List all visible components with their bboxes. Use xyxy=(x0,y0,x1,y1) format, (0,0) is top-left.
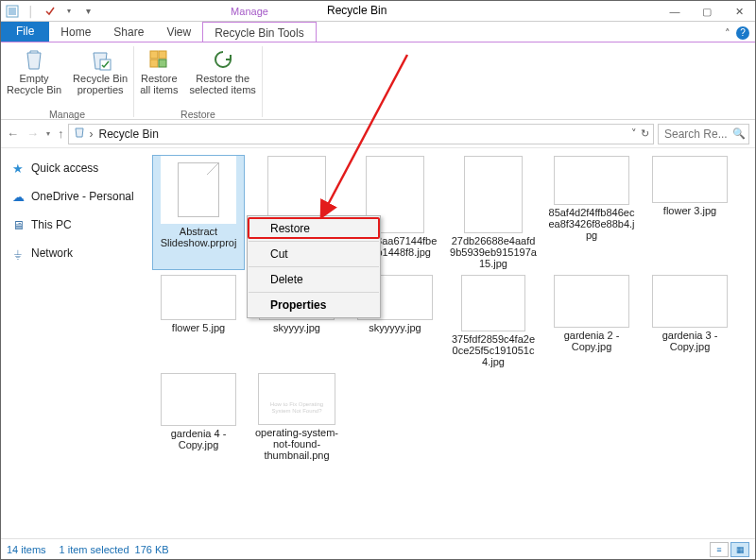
file-name-label: gardenia 3 - Copy.jpg xyxy=(646,330,733,352)
file-name-label: gardenia 2 - Copy.jpg xyxy=(548,330,635,352)
file-item[interactable]: 27db26688e4aafd9b5939eb915197a15.jpg xyxy=(448,156,539,269)
file-name-label: Abstract Slideshow.prproj xyxy=(155,226,242,248)
context-menu: Restore Cut Delete Properties xyxy=(247,215,381,318)
ribbon: Empty Recycle Bin Recycle Bin properties… xyxy=(1,42,755,120)
restore-selected-icon xyxy=(209,46,237,73)
file-name-label: skyyyyy.jpg xyxy=(369,322,421,333)
file-name-label: flower 3.jpg xyxy=(663,205,716,216)
sidebar-item-onedrive[interactable]: ☁ OneDrive - Personal xyxy=(7,186,144,207)
file-item[interactable]: 375fdf2859c4fa2e0ce25f5c191051c4.jpg xyxy=(448,275,539,367)
qat-properties-icon[interactable] xyxy=(43,4,58,19)
file-item[interactable]: gardenia 3 - Copy.jpg xyxy=(644,275,735,367)
restore-all-items-label: Restore all items xyxy=(140,73,178,95)
context-menu-properties[interactable]: Properties xyxy=(248,295,380,315)
file-item[interactable]: How to Fix Operating System Not Found?op… xyxy=(251,373,342,461)
breadcrumb-separator[interactable] xyxy=(86,127,97,141)
file-name-label: flower 5.jpg xyxy=(172,322,225,333)
file-thumbnail: How to Fix Operating System Not Found? xyxy=(258,373,335,425)
file-name-label: 375fdf2859c4fa2e0ce25f5c191051c4.jpg xyxy=(450,333,537,367)
context-menu-restore[interactable]: Restore xyxy=(248,218,380,239)
bin-properties-icon xyxy=(86,46,114,73)
file-item[interactable]: Abstract Slideshow.prproj xyxy=(153,156,244,269)
tab-recycle-bin-tools[interactable]: Recycle Bin Tools xyxy=(202,22,317,42)
minimize-button[interactable]: — xyxy=(659,1,691,22)
restore-all-icon xyxy=(145,46,173,73)
restore-all-items-button[interactable]: Restore all items xyxy=(134,44,183,109)
forward-button[interactable]: → xyxy=(26,127,39,141)
empty-recycle-bin-button[interactable]: Empty Recycle Bin xyxy=(1,44,67,109)
navigation-bar: ← → ▾ ↑ Recycle Bin ˅ ↻ 🔍 xyxy=(1,120,755,148)
file-thumbnail xyxy=(554,275,629,328)
titlebar: │ ▾ ▾ Manage Recycle Bin — ▢ ✕ xyxy=(1,1,755,22)
back-button[interactable]: ← xyxy=(7,127,19,141)
ribbon-group-manage-label: Manage xyxy=(49,109,85,120)
status-selected-size: 176 KB xyxy=(135,544,169,555)
qat-separator: │ xyxy=(24,4,39,19)
sidebar-item-label: Network xyxy=(31,246,73,260)
file-item[interactable]: flower 5.jpg xyxy=(153,275,244,367)
refresh-icon[interactable]: ↻ xyxy=(641,127,649,140)
help-icon[interactable]: ? xyxy=(736,26,749,40)
file-name-label: gardenia 4 - Copy.jpg xyxy=(155,428,242,450)
view-details-button[interactable]: ≡ xyxy=(710,542,729,557)
ribbon-collapse-icon[interactable]: ˄ xyxy=(725,27,730,40)
file-thumbnail xyxy=(464,156,523,233)
search-icon: 🔍 xyxy=(732,127,746,140)
file-thumbnail xyxy=(161,275,236,320)
status-bar: 14 items 1 item selected 176 KB ≡ ▦ xyxy=(1,538,755,559)
sidebar-item-network[interactable]: ⏚ Network xyxy=(7,243,144,263)
maximize-button[interactable]: ▢ xyxy=(691,1,723,22)
file-thumbnail xyxy=(161,373,236,426)
qat-app-icon xyxy=(5,4,20,19)
sidebar-item-this-pc[interactable]: 🖥 This PC xyxy=(7,214,144,235)
address-bar-icon xyxy=(73,126,86,142)
tab-view[interactable]: View xyxy=(155,22,202,42)
sidebar-item-quick-access[interactable]: ★ Quick access xyxy=(7,158,144,178)
file-name-label: skyyyy.jpg xyxy=(273,322,320,333)
file-item[interactable]: gardenia 4 - Copy.jpg xyxy=(153,373,244,461)
file-item[interactable]: flower 3.jpg xyxy=(644,156,735,269)
restore-selected-items-button[interactable]: Restore the selected items xyxy=(184,44,262,109)
close-button[interactable]: ✕ xyxy=(723,1,755,22)
svg-rect-5 xyxy=(150,59,158,67)
file-item[interactable]: gardenia 2 - Copy.jpg xyxy=(546,275,637,367)
file-thumbnail xyxy=(652,275,728,328)
recycle-bin-properties-label: Recycle Bin properties xyxy=(73,73,128,95)
file-name-label: 27db26688e4aafd9b5939eb915197a15.jpg xyxy=(450,235,537,269)
file-name-label: operating-system-not-found-thumbnail.png xyxy=(253,427,340,461)
breadcrumb-recycle-bin[interactable]: Recycle Bin xyxy=(97,127,161,141)
status-selected-count: 1 item selected xyxy=(60,544,129,555)
svg-rect-6 xyxy=(159,59,166,67)
file-thumbnail xyxy=(461,275,525,331)
tab-home[interactable]: Home xyxy=(49,22,102,42)
qat-dropdown-icon[interactable]: ▾ xyxy=(61,4,77,19)
empty-bin-icon xyxy=(20,46,48,73)
view-large-icons-button[interactable]: ▦ xyxy=(730,542,749,557)
window-title: Recycle Bin xyxy=(327,4,387,17)
tab-file[interactable]: File xyxy=(1,22,49,42)
restore-selected-items-label: Restore the selected items xyxy=(190,73,256,95)
file-item[interactable]: 85af4d2f4ffb846ecea8f3426f8e88b4.jpg xyxy=(546,156,637,269)
recent-locations-icon[interactable]: ▾ xyxy=(46,129,50,138)
recycle-bin-properties-button[interactable]: Recycle Bin properties xyxy=(67,44,133,109)
status-item-count: 14 items xyxy=(7,544,46,555)
ribbon-group-restore-label: Restore xyxy=(180,109,215,120)
svg-rect-4 xyxy=(159,51,166,59)
address-dropdown-icon[interactable]: ˅ xyxy=(631,127,637,140)
up-button[interactable]: ↑ xyxy=(58,127,64,141)
file-list[interactable]: Abstract Slideshow.prproj588d3aa67144fbe… xyxy=(149,148,755,537)
context-menu-cut[interactable]: Cut xyxy=(248,244,380,264)
empty-recycle-bin-label: Empty Recycle Bin xyxy=(7,73,61,95)
quick-access-icon: ★ xyxy=(10,161,26,176)
context-menu-separator xyxy=(249,292,379,293)
file-name-label: 85af4d2f4ffb846ecea8f3426f8e88b4.jpg xyxy=(548,207,635,241)
tab-share[interactable]: Share xyxy=(102,22,155,42)
onedrive-icon: ☁ xyxy=(10,189,26,204)
address-bar[interactable]: Recycle Bin ˅ ↻ xyxy=(68,124,655,144)
context-menu-delete[interactable]: Delete xyxy=(248,269,380,290)
file-thumbnail xyxy=(161,156,236,224)
svg-rect-1 xyxy=(9,8,16,15)
context-menu-separator xyxy=(249,266,379,267)
qat-overflow-icon[interactable]: ▾ xyxy=(80,4,95,19)
sidebar-item-label: OneDrive - Personal xyxy=(31,190,134,203)
